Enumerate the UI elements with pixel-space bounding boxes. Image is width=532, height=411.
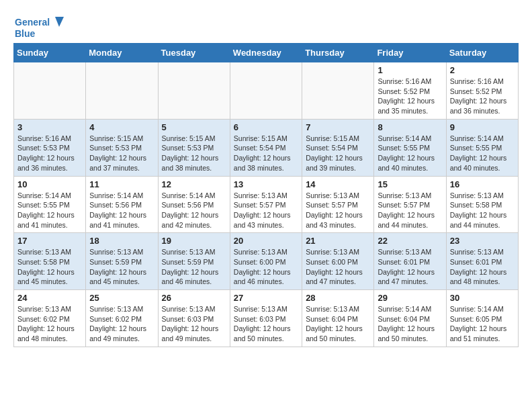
day-info: Sunrise: 5:13 AM Sunset: 6:00 PM Dayligh… (306, 247, 370, 287)
day-number: 29 (378, 293, 442, 303)
day-info: Sunrise: 5:16 AM Sunset: 5:52 PM Dayligh… (378, 77, 442, 116)
column-header-wednesday: Wednesday (230, 44, 302, 62)
day-number: 12 (162, 179, 226, 189)
calendar-cell: 5Sunrise: 5:15 AM Sunset: 5:53 PM Daylig… (158, 119, 230, 176)
calendar-cell: 30Sunrise: 5:14 AM Sunset: 6:05 PM Dayli… (446, 290, 518, 347)
day-number: 19 (162, 236, 226, 246)
calendar-cell: 25Sunrise: 5:13 AM Sunset: 6:02 PM Dayli… (86, 290, 158, 347)
calendar-cell (230, 62, 302, 120)
day-info: Sunrise: 5:15 AM Sunset: 5:54 PM Dayligh… (234, 134, 298, 173)
day-number: 9 (450, 122, 515, 132)
day-info: Sunrise: 5:14 AM Sunset: 5:55 PM Dayligh… (17, 191, 82, 230)
day-info: Sunrise: 5:16 AM Sunset: 5:53 PM Dayligh… (17, 134, 82, 173)
day-number: 7 (306, 122, 370, 132)
calendar-cell (302, 62, 374, 120)
calendar-cell: 17Sunrise: 5:13 AM Sunset: 5:58 PM Dayli… (14, 233, 86, 290)
calendar-cell: 19Sunrise: 5:13 AM Sunset: 5:59 PM Dayli… (158, 233, 230, 290)
calendar-week-row: 3Sunrise: 5:16 AM Sunset: 5:53 PM Daylig… (14, 119, 519, 176)
day-number: 18 (89, 236, 154, 246)
day-info: Sunrise: 5:14 AM Sunset: 5:56 PM Dayligh… (89, 191, 154, 230)
day-info: Sunrise: 5:13 AM Sunset: 6:02 PM Dayligh… (89, 304, 154, 344)
day-info: Sunrise: 5:13 AM Sunset: 6:04 PM Dayligh… (306, 304, 370, 344)
day-number: 5 (162, 122, 226, 132)
column-header-friday: Friday (374, 44, 446, 62)
day-info: Sunrise: 5:13 AM Sunset: 6:00 PM Dayligh… (234, 247, 298, 287)
day-info: Sunrise: 5:15 AM Sunset: 5:53 PM Dayligh… (162, 134, 226, 173)
day-info: Sunrise: 5:13 AM Sunset: 5:57 PM Dayligh… (306, 191, 370, 230)
calendar-cell: 2Sunrise: 5:16 AM Sunset: 5:52 PM Daylig… (446, 62, 518, 120)
day-number: 3 (17, 122, 82, 132)
calendar-cell: 26Sunrise: 5:13 AM Sunset: 6:03 PM Dayli… (158, 290, 230, 347)
day-info: Sunrise: 5:13 AM Sunset: 5:58 PM Dayligh… (450, 191, 515, 230)
day-info: Sunrise: 5:14 AM Sunset: 6:04 PM Dayligh… (378, 304, 442, 344)
day-number: 4 (89, 122, 154, 132)
calendar-cell: 20Sunrise: 5:13 AM Sunset: 6:00 PM Dayli… (230, 233, 302, 290)
day-number: 20 (234, 236, 298, 246)
calendar-table: SundayMondayTuesdayWednesdayThursdayFrid… (13, 43, 519, 347)
svg-marker-0 (55, 17, 64, 27)
day-info: Sunrise: 5:13 AM Sunset: 5:57 PM Dayligh… (378, 191, 442, 230)
calendar-cell: 27Sunrise: 5:13 AM Sunset: 6:03 PM Dayli… (230, 290, 302, 347)
calendar-cell: 18Sunrise: 5:13 AM Sunset: 5:59 PM Dayli… (86, 233, 158, 290)
calendar-cell: 28Sunrise: 5:13 AM Sunset: 6:04 PM Dayli… (302, 290, 374, 347)
calendar-cell: 9Sunrise: 5:14 AM Sunset: 5:55 PM Daylig… (446, 119, 518, 176)
day-number: 30 (450, 293, 515, 303)
day-info: Sunrise: 5:14 AM Sunset: 5:56 PM Dayligh… (162, 191, 226, 230)
day-info: Sunrise: 5:15 AM Sunset: 5:54 PM Dayligh… (306, 134, 370, 173)
day-number: 10 (17, 179, 82, 189)
page-header: GeneralBlue (13, 13, 519, 40)
calendar-cell (158, 62, 230, 120)
day-number: 1 (378, 65, 442, 75)
day-info: Sunrise: 5:13 AM Sunset: 5:59 PM Dayligh… (89, 247, 154, 287)
column-header-tuesday: Tuesday (158, 44, 230, 62)
day-number: 13 (234, 179, 298, 189)
day-number: 11 (89, 179, 154, 189)
calendar-cell: 13Sunrise: 5:13 AM Sunset: 5:57 PM Dayli… (230, 176, 302, 233)
column-header-thursday: Thursday (302, 44, 374, 62)
day-number: 27 (234, 293, 298, 303)
svg-text:General: General (15, 17, 50, 28)
calendar-week-row: 10Sunrise: 5:14 AM Sunset: 5:55 PM Dayli… (14, 176, 519, 233)
day-info: Sunrise: 5:14 AM Sunset: 5:55 PM Dayligh… (378, 134, 442, 173)
column-header-sunday: Sunday (14, 44, 86, 62)
svg-text:Blue: Blue (15, 28, 36, 39)
calendar-cell (14, 62, 86, 120)
day-info: Sunrise: 5:13 AM Sunset: 5:59 PM Dayligh… (162, 247, 226, 287)
day-number: 23 (450, 236, 515, 246)
column-header-monday: Monday (86, 44, 158, 62)
day-info: Sunrise: 5:13 AM Sunset: 6:03 PM Dayligh… (234, 304, 298, 344)
day-number: 2 (450, 65, 515, 75)
day-info: Sunrise: 5:13 AM Sunset: 5:57 PM Dayligh… (234, 191, 298, 230)
day-info: Sunrise: 5:14 AM Sunset: 5:55 PM Dayligh… (450, 134, 515, 173)
calendar-cell: 4Sunrise: 5:15 AM Sunset: 5:53 PM Daylig… (86, 119, 158, 176)
calendar-cell (86, 62, 158, 120)
day-number: 21 (306, 236, 370, 246)
calendar-cell: 11Sunrise: 5:14 AM Sunset: 5:56 PM Dayli… (86, 176, 158, 233)
day-info: Sunrise: 5:13 AM Sunset: 6:02 PM Dayligh… (17, 304, 82, 344)
calendar-cell: 10Sunrise: 5:14 AM Sunset: 5:55 PM Dayli… (14, 176, 86, 233)
calendar-cell: 6Sunrise: 5:15 AM Sunset: 5:54 PM Daylig… (230, 119, 302, 176)
calendar-cell: 24Sunrise: 5:13 AM Sunset: 6:02 PM Dayli… (14, 290, 86, 347)
day-info: Sunrise: 5:13 AM Sunset: 5:58 PM Dayligh… (17, 247, 82, 287)
calendar-header-row: SundayMondayTuesdayWednesdayThursdayFrid… (14, 44, 519, 62)
day-info: Sunrise: 5:13 AM Sunset: 6:01 PM Dayligh… (450, 247, 515, 287)
calendar-cell: 7Sunrise: 5:15 AM Sunset: 5:54 PM Daylig… (302, 119, 374, 176)
day-number: 26 (162, 293, 226, 303)
day-info: Sunrise: 5:15 AM Sunset: 5:53 PM Dayligh… (89, 134, 154, 173)
calendar-cell: 16Sunrise: 5:13 AM Sunset: 5:58 PM Dayli… (446, 176, 518, 233)
day-info: Sunrise: 5:16 AM Sunset: 5:52 PM Dayligh… (450, 77, 515, 116)
calendar-cell: 3Sunrise: 5:16 AM Sunset: 5:53 PM Daylig… (14, 119, 86, 176)
day-number: 24 (17, 293, 82, 303)
day-number: 8 (378, 122, 442, 132)
day-number: 15 (378, 179, 442, 189)
column-header-saturday: Saturday (446, 44, 518, 62)
calendar-week-row: 17Sunrise: 5:13 AM Sunset: 5:58 PM Dayli… (14, 233, 519, 290)
day-number: 25 (89, 293, 154, 303)
calendar-cell: 29Sunrise: 5:14 AM Sunset: 6:04 PM Dayli… (374, 290, 446, 347)
day-number: 6 (234, 122, 298, 132)
calendar-cell: 1Sunrise: 5:16 AM Sunset: 5:52 PM Daylig… (374, 62, 446, 120)
calendar-week-row: 1Sunrise: 5:16 AM Sunset: 5:52 PM Daylig… (14, 62, 519, 120)
day-number: 14 (306, 179, 370, 189)
calendar-week-row: 24Sunrise: 5:13 AM Sunset: 6:02 PM Dayli… (14, 290, 519, 347)
calendar-cell: 12Sunrise: 5:14 AM Sunset: 5:56 PM Dayli… (158, 176, 230, 233)
